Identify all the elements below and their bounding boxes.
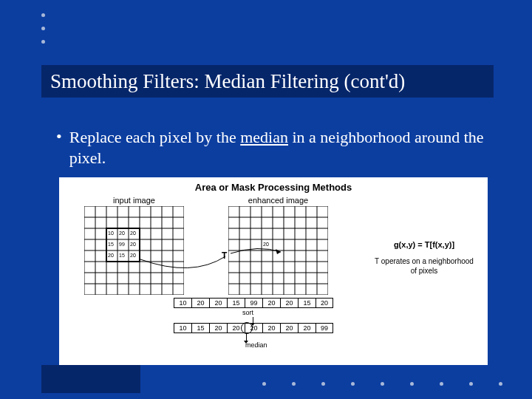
unsorted-cell: 15 bbox=[298, 298, 316, 308]
sorted-cell: 15 bbox=[191, 323, 209, 333]
sort-label: sort bbox=[242, 309, 253, 316]
equation-column: g(x,y) = T[f(x,y)] T operates on a neigh… bbox=[372, 215, 476, 276]
sorted-cell: 20 bbox=[298, 323, 316, 333]
unsorted-row: 10 20 20 15 99 20 20 15 20 bbox=[174, 298, 333, 308]
bullet-text: Replace each pixel by the median in a ne… bbox=[69, 127, 485, 168]
median-arrow-icon bbox=[246, 333, 247, 341]
unsorted-cell: 15 bbox=[227, 298, 245, 308]
nb-val: 20 bbox=[130, 242, 136, 247]
equation: g(x,y) = T[f(x,y)] bbox=[372, 240, 476, 249]
slide-title: Smoothing Filters: Median Filtering (con… bbox=[50, 70, 405, 93]
nb-val: 20 bbox=[108, 253, 114, 258]
output-value: 20 bbox=[263, 242, 269, 247]
bullet-icon: • bbox=[56, 127, 62, 168]
unsorted-cell: 20 bbox=[191, 298, 209, 308]
output-grid-svg bbox=[228, 206, 328, 295]
unsorted-cell: 20 bbox=[262, 298, 280, 308]
figure-row: input image bbox=[59, 193, 488, 295]
nb-val: 15 bbox=[119, 253, 125, 258]
nb-val: 20 bbox=[130, 253, 136, 258]
decorative-dots-horizontal bbox=[262, 382, 502, 386]
unsorted-cell: 99 bbox=[245, 298, 262, 308]
slide-title-bar: Smoothing Filters: Median Filtering (con… bbox=[41, 65, 494, 98]
t-operator-label: T bbox=[222, 250, 227, 261]
output-image-column: enhanced image bbox=[228, 196, 328, 295]
input-label: input image bbox=[113, 196, 155, 205]
nb-val: 99 bbox=[119, 242, 125, 247]
sort-area: 10 20 20 15 99 20 20 15 20 sort 10 15 20… bbox=[59, 295, 488, 347]
nb-val: 10 bbox=[108, 231, 114, 236]
decorative-dots-vertical bbox=[41, 13, 45, 44]
sorted-row: 10 15 20 20 20 20 20 20 99 bbox=[174, 323, 333, 333]
unsorted-cell: 10 bbox=[174, 298, 191, 308]
bullet-point: • Replace each pixel by the median in a … bbox=[56, 127, 485, 168]
equation-sub: T operates on a neighborhood of pixels bbox=[372, 256, 476, 276]
sorted-cell: 99 bbox=[316, 323, 333, 333]
unsorted-cell: 20 bbox=[209, 298, 227, 308]
bullet-pre: Replace each pixel by the bbox=[69, 128, 241, 146]
input-grid: 10 20 20 15 99 20 20 15 20 bbox=[84, 206, 184, 295]
unsorted-cell: 20 bbox=[316, 298, 333, 308]
median-label: median bbox=[245, 341, 267, 349]
sorted-cell: 20 bbox=[209, 323, 227, 333]
decorative-bottom-strip bbox=[41, 365, 140, 393]
nb-val: 20 bbox=[130, 231, 136, 236]
median-circle-icon bbox=[241, 322, 253, 334]
bullet-underlined: median bbox=[240, 128, 288, 146]
input-grid-svg bbox=[84, 206, 184, 295]
input-image-column: input image bbox=[84, 196, 184, 295]
figure-title: Area or Mask Processing Methods bbox=[59, 182, 488, 193]
nb-val: 20 bbox=[119, 231, 125, 236]
sorted-cell: 20 bbox=[280, 323, 298, 333]
unsorted-cell: 20 bbox=[280, 298, 298, 308]
sort-arrow-icon bbox=[253, 317, 253, 323]
output-grid: 20 bbox=[228, 206, 328, 295]
figure-panel: Area or Mask Processing Methods input im… bbox=[59, 177, 488, 365]
sorted-cell: 20 bbox=[262, 323, 280, 333]
output-label: enhanced image bbox=[248, 196, 308, 205]
nb-val: 15 bbox=[108, 242, 114, 247]
sorted-cell: 10 bbox=[174, 323, 191, 333]
